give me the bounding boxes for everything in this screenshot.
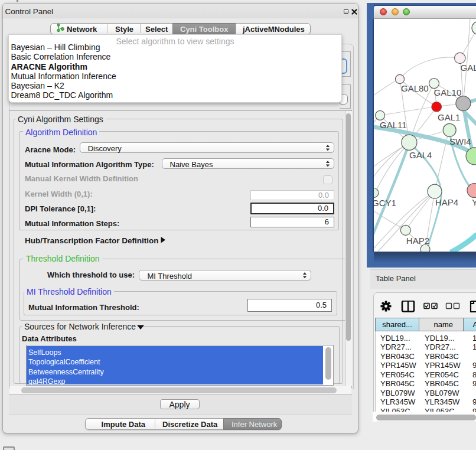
svg-text:HAP2: HAP2 <box>406 235 429 245</box>
svg-text:SWI4: SWI4 <box>449 136 471 146</box>
svg-text:GAL80: GAL80 <box>401 83 429 93</box>
svg-text:GAL11: GAL11 <box>380 120 407 130</box>
svg-text:HAP4: HAP4 <box>435 197 458 207</box>
svg-text:GAL1: GAL1 <box>438 112 460 122</box>
svg-text:GCY1: GCY1 <box>374 198 396 208</box>
svg-text:GAL4: GAL4 <box>409 150 432 160</box>
svg-text:YE: YE <box>472 197 476 207</box>
svg-text:GAL10: GAL10 <box>434 87 462 97</box>
svg-text:GAL7: GAL7 <box>461 63 476 73</box>
